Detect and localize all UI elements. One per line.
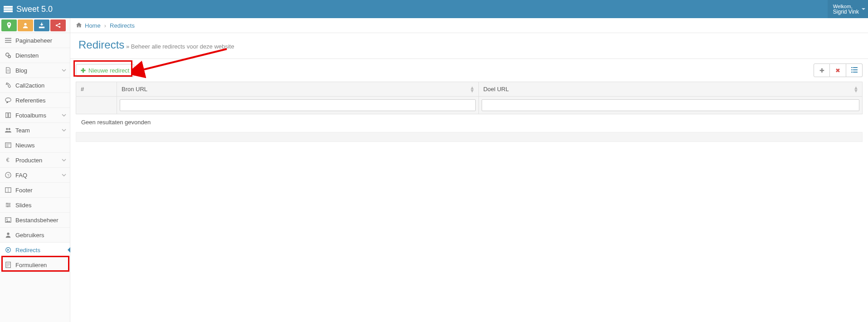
sidebar-item-blog[interactable]: Blog bbox=[0, 63, 70, 78]
svg-point-5 bbox=[59, 23, 61, 25]
sidebar-item-label: Footer bbox=[15, 187, 33, 194]
caret-down-icon bbox=[862, 6, 865, 12]
svg-point-22 bbox=[9, 205, 10, 206]
sidebar-item-gebruikers[interactable]: Gebruikers bbox=[0, 228, 70, 243]
sidebar-item-label: Slides bbox=[15, 202, 31, 209]
sidebar-item-fotoalbums[interactable]: Fotoalbums bbox=[0, 108, 70, 123]
svg-rect-30 bbox=[853, 67, 858, 68]
svg-rect-33 bbox=[851, 72, 853, 73]
add-button[interactable]: ✚ bbox=[814, 63, 830, 77]
svg-rect-32 bbox=[853, 69, 858, 70]
phone-icon bbox=[5, 82, 12, 88]
sidebar-item-paginabeheer[interactable]: Paginabeheer bbox=[0, 33, 70, 48]
sidebar-item-bestandsbeheer[interactable]: Bestandsbeheer bbox=[0, 213, 70, 228]
svg-point-11 bbox=[8, 55, 10, 58]
redirect-icon bbox=[5, 247, 12, 253]
user-name: Sigrid Vink bbox=[833, 9, 859, 15]
svg-text:?: ? bbox=[7, 173, 10, 178]
book-icon bbox=[5, 112, 12, 118]
list-view-button[interactable] bbox=[846, 63, 863, 77]
question-icon: ? bbox=[5, 172, 12, 178]
sidebar-item-redirects[interactable]: Redirects bbox=[0, 243, 70, 258]
delete-button[interactable]: ✖ bbox=[830, 63, 846, 77]
columns-icon bbox=[5, 187, 12, 193]
user-menu[interactable]: Welkom, Sigrid Vink bbox=[828, 0, 868, 18]
page-title-area: Redirects Beheer alle redirects voor dez… bbox=[70, 33, 868, 59]
sidebar-item-faq[interactable]: ?FAQ bbox=[0, 168, 70, 183]
filter-target-input[interactable] bbox=[482, 99, 859, 111]
main: Home › Redirects Redirects Beheer alle r… bbox=[70, 18, 868, 322]
sidebar-item-label: Fotoalbums bbox=[15, 112, 46, 119]
new-redirect-button[interactable]: ✚ Nieuwe redirect bbox=[76, 64, 134, 77]
quick-download-button[interactable] bbox=[34, 20, 49, 31]
chevron-down-icon bbox=[62, 172, 66, 179]
sidebar-item-footer[interactable]: Footer bbox=[0, 183, 70, 198]
sidebar-item-team[interactable]: Team bbox=[0, 123, 70, 138]
quick-buttons bbox=[0, 18, 70, 33]
sidebar-item-call2action[interactable]: Call2action bbox=[0, 78, 70, 93]
sidebar-item-label: Blog bbox=[15, 67, 27, 74]
sidebar-item-producten[interactable]: €Producten bbox=[0, 153, 70, 168]
col-target[interactable]: Doel URL ▲▼ bbox=[478, 82, 862, 97]
sidebar-menu: PaginabeheerDienstenBlogCall2actionRefer… bbox=[0, 33, 70, 273]
toolbar: ✚ Nieuwe redirect ✚ ✖ bbox=[70, 59, 868, 82]
sidebar-item-referenties[interactable]: Referenties bbox=[0, 93, 70, 108]
quick-pin-button[interactable] bbox=[1, 20, 17, 31]
image-icon bbox=[5, 217, 12, 223]
quick-user-button[interactable] bbox=[18, 20, 33, 31]
sidebar-item-diensten[interactable]: Diensten bbox=[0, 48, 70, 63]
filter-num-cell bbox=[76, 97, 117, 114]
svg-point-26 bbox=[7, 233, 9, 235]
svg-rect-0 bbox=[4, 6, 13, 8]
news-icon bbox=[5, 142, 12, 148]
chat-icon bbox=[5, 97, 12, 103]
svg-point-25 bbox=[6, 219, 8, 220]
col-source[interactable]: Bron URL ▲▼ bbox=[117, 82, 479, 97]
brand-title: Sweet 5.0 bbox=[16, 5, 53, 14]
svg-rect-31 bbox=[851, 69, 853, 70]
sidebar-item-nieuws[interactable]: Nieuws bbox=[0, 138, 70, 153]
redirects-table: # Bron URL ▲▼ Doel URL ▲▼ bbox=[76, 82, 863, 114]
euro-icon: € bbox=[5, 157, 12, 163]
svg-rect-1 bbox=[4, 8, 13, 10]
svg-point-3 bbox=[24, 23, 26, 25]
sidebar-item-slides[interactable]: Slides bbox=[0, 198, 70, 213]
svg-rect-9 bbox=[5, 42, 11, 43]
svg-point-21 bbox=[6, 203, 8, 204]
sidebar-item-label: Bestandsbeheer bbox=[15, 217, 59, 224]
breadcrumb: Home › Redirects bbox=[70, 18, 868, 33]
svg-point-14 bbox=[8, 128, 10, 130]
close-icon: ✖ bbox=[835, 67, 840, 74]
sidebar-item-label: Producten bbox=[15, 157, 42, 164]
svg-rect-34 bbox=[853, 72, 858, 73]
breadcrumb-home-link[interactable]: Home bbox=[85, 22, 101, 29]
svg-rect-8 bbox=[5, 40, 11, 41]
home-icon bbox=[76, 22, 82, 29]
table-footer-strip bbox=[76, 132, 863, 142]
chevron-down-icon bbox=[62, 157, 66, 164]
sidebar-item-label: FAQ bbox=[15, 172, 27, 179]
svg-text:€: € bbox=[6, 157, 10, 163]
breadcrumb-separator: › bbox=[104, 22, 106, 29]
sidebar-item-label: Team bbox=[15, 127, 30, 134]
sidebar-item-label: Paginabeheer bbox=[15, 37, 52, 44]
filter-source-input[interactable] bbox=[120, 99, 476, 111]
user-welcome: Welkom, bbox=[833, 4, 859, 9]
col-number[interactable]: # bbox=[76, 82, 117, 97]
gears-icon bbox=[5, 52, 12, 59]
sidebar-item-label: Referenties bbox=[15, 97, 45, 104]
users-icon bbox=[5, 127, 12, 133]
sidebar-item-label: Formulieren bbox=[15, 262, 47, 268]
page-subtitle: Beheer alle redirects voor deze website bbox=[126, 43, 234, 50]
breadcrumb-current-link[interactable]: Redirects bbox=[110, 22, 135, 29]
plus-icon: ✚ bbox=[81, 67, 86, 74]
chevron-down-icon bbox=[62, 127, 66, 134]
new-redirect-label: Nieuwe redirect bbox=[88, 67, 129, 74]
svg-point-12 bbox=[5, 98, 11, 102]
bars-icon bbox=[5, 37, 12, 44]
sidebar-item-formulieren[interactable]: Formulieren bbox=[0, 258, 70, 273]
quick-share-button[interactable] bbox=[50, 20, 66, 31]
sidebar: PaginabeheerDienstenBlogCall2actionRefer… bbox=[0, 18, 70, 322]
svg-rect-2 bbox=[4, 10, 13, 12]
sidebar-item-label: Call2action bbox=[15, 82, 44, 89]
